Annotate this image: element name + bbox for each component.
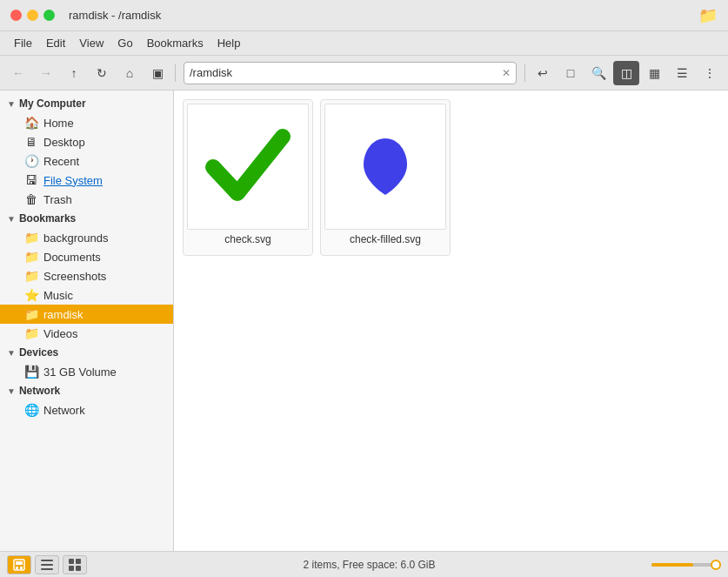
screenshots-icon: 📁 [24, 269, 38, 283]
menu-bookmarks[interactable]: Bookmarks [140, 35, 210, 51]
file-item-check[interactable]: check.svg [183, 99, 313, 256]
recent-icon: 🕐 [24, 154, 38, 168]
file-area[interactable]: check.svg check-filled.svg [174, 91, 728, 551]
minimize-button[interactable] [27, 10, 38, 21]
network-icon: 🌐 [24, 403, 38, 417]
sidebar-item-music-label: Music [43, 289, 166, 302]
sidebar-item-documents[interactable]: 📁 Documents [0, 247, 173, 266]
sidebar-item-recent[interactable]: 🕐 Recent [0, 151, 173, 171]
up-button[interactable]: ↑ [61, 61, 87, 85]
menu-go[interactable]: Go [110, 35, 139, 51]
statusbar-grid-button[interactable] [63, 555, 87, 574]
sidebar-item-network-label: Network [43, 404, 166, 417]
ramdisk-icon: 📁 [24, 307, 38, 321]
desktop-icon: 🖥 [24, 135, 38, 149]
svg-rect-3 [20, 567, 23, 569]
sidebar-item-filesystem-label: File System [43, 174, 166, 187]
address-input[interactable] [190, 66, 498, 79]
sidebar-item-documents-label: Documents [43, 251, 166, 264]
statusbar-text: 2 items, Free space: 6.0 GiB [94, 559, 645, 571]
sidebar-item-videos[interactable]: 📁 Videos [0, 324, 173, 343]
forward-button[interactable]: → [33, 61, 59, 85]
documents-icon: 📁 [24, 250, 38, 264]
sidebar-item-31gb-label: 31 GB Volume [43, 366, 166, 379]
home-button[interactable]: ⌂ [117, 61, 143, 85]
my-computer-arrow: ▼ [7, 99, 16, 109]
videos-icon: 📁 [24, 326, 38, 340]
svg-rect-5 [41, 564, 53, 566]
sidebar-item-recent-label: Recent [43, 155, 166, 168]
thumbnail-view-button[interactable]: ◫ [613, 61, 639, 85]
menu-view[interactable]: View [72, 35, 110, 51]
titlebar: ramdisk - /ramdisk 📁 [0, 0, 728, 31]
sidebar-section-network[interactable]: ▼ Network [0, 381, 173, 400]
backgrounds-icon: 📁 [24, 231, 38, 245]
slider-thumb[interactable] [711, 560, 721, 570]
more-options-button[interactable]: ⋮ [697, 61, 723, 85]
sidebar-item-desktop-label: Desktop [43, 136, 166, 149]
main-area: ▼ My Computer 🏠 Home 🖥 Desktop 🕐 Recent … [0, 91, 728, 551]
sidebar-item-screenshots-label: Screenshots [43, 270, 166, 283]
svg-rect-1 [16, 561, 23, 565]
statusbar-buttons [7, 555, 87, 574]
statusbar-slider[interactable] [651, 563, 721, 567]
sidebar-item-backgrounds[interactable]: 📁 backgrounds [0, 228, 173, 247]
show-hidden-button[interactable]: □ [558, 61, 584, 85]
address-clear-button[interactable]: ✕ [502, 67, 511, 79]
file-item-check-filled[interactable]: check-filled.svg [320, 99, 451, 256]
file-thumbnail-check-filled [324, 104, 446, 230]
address-bar[interactable]: ✕ [184, 62, 517, 84]
icon-view-button[interactable]: ▦ [641, 61, 667, 85]
network-arrow: ▼ [7, 386, 16, 396]
search-button[interactable]: 🔍 [585, 61, 611, 85]
statusbar-home-button[interactable] [7, 555, 31, 574]
sidebar-item-home-label: Home [43, 117, 166, 130]
sidebar-item-screenshots[interactable]: 📁 Screenshots [0, 266, 173, 285]
sidebar-item-network[interactable]: 🌐 Network [0, 400, 173, 419]
file-thumbnail-check [187, 104, 309, 230]
svg-rect-9 [69, 566, 74, 571]
go-to-location-button[interactable]: ↩ [530, 61, 556, 85]
close-button[interactable] [10, 10, 22, 21]
file-name-check: check.svg [224, 233, 270, 245]
sidebar-section-my-computer[interactable]: ▼ My Computer [0, 94, 173, 113]
reload-button[interactable]: ↻ [89, 61, 115, 85]
statusbar-list-button[interactable] [35, 555, 59, 574]
sidebar: ▼ My Computer 🏠 Home 🖥 Desktop 🕐 Recent … [0, 91, 174, 551]
home-icon: 🏠 [24, 116, 38, 130]
trash-icon: 🗑 [24, 192, 38, 206]
slider-fill [651, 563, 693, 567]
my-computer-label: My Computer [19, 97, 86, 110]
sidebar-section-devices[interactable]: ▼ Devices [0, 343, 173, 362]
svg-rect-2 [16, 567, 18, 569]
devices-label: Devices [19, 346, 58, 359]
list-view-button[interactable]: ☰ [669, 61, 695, 85]
sidebar-item-ramdisk-label: ramdisk [43, 308, 166, 321]
bookmarks-arrow: ▼ [7, 214, 16, 224]
sidebar-item-home[interactable]: 🏠 Home [0, 113, 173, 132]
file-name-check-filled: check-filled.svg [350, 233, 421, 245]
network-label: Network [19, 385, 60, 397]
menu-edit[interactable]: Edit [39, 35, 72, 51]
toolbar-separator2 [524, 64, 525, 82]
sidebar-item-ramdisk[interactable]: 📁 ramdisk [0, 305, 173, 324]
maximize-button[interactable] [43, 10, 55, 21]
menu-help[interactable]: Help [210, 35, 248, 51]
sidebar-item-music[interactable]: ⭐ Music [0, 285, 173, 305]
volume-icon: 💾 [24, 365, 38, 379]
newwindow-button[interactable]: ▣ [144, 61, 170, 85]
sidebar-item-filesystem[interactable]: 🖫 File System [0, 171, 173, 190]
back-button[interactable]: ← [5, 61, 31, 85]
sidebar-section-bookmarks[interactable]: ▼ Bookmarks [0, 209, 173, 228]
svg-rect-8 [76, 559, 81, 564]
filesystem-icon: 🖫 [24, 173, 38, 187]
menu-file[interactable]: File [7, 35, 39, 51]
window-title: ramdisk - /ramdisk [69, 9, 161, 22]
sidebar-item-31gb[interactable]: 💾 31 GB Volume [0, 362, 173, 381]
sidebar-item-trash[interactable]: 🗑 Trash [0, 190, 173, 209]
toolbar: ← → ↑ ↻ ⌂ ▣ ✕ ↩ □ 🔍 ◫ ▦ ☰ ⋮ [0, 56, 728, 91]
music-icon: ⭐ [24, 288, 38, 302]
sidebar-item-videos-label: Videos [43, 327, 166, 340]
window-icon: 📁 [698, 6, 718, 25]
sidebar-item-desktop[interactable]: 🖥 Desktop [0, 132, 173, 151]
